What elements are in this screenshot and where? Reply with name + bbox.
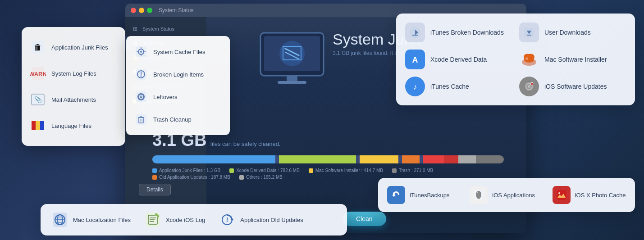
bar-old-updates — [402, 155, 420, 163]
legend-mac-software: Mac Software Installer : 414.7 MB — [309, 168, 383, 173]
tr-item-itunes-broken[interactable]: iTunes Broken Downloads — [405, 23, 512, 42]
legend-trash: Trash : 271.0 MB — [392, 168, 433, 173]
storage-label: files can be safely cleaned. — [210, 140, 280, 147]
details-button[interactable]: Details — [139, 184, 171, 195]
leftovers-label: Leftovers — [153, 94, 177, 100]
xcode-log-icon — [144, 211, 161, 228]
svg-text:♪: ♪ — [413, 82, 417, 91]
broken-login-icon — [134, 68, 148, 81]
close-button[interactable] — [131, 8, 136, 13]
bar-trash — [476, 155, 504, 163]
mid-item-system-cache[interactable]: System Cache Files — [126, 41, 230, 63]
svg-point-48 — [530, 82, 533, 85]
svg-rect-12 — [32, 121, 36, 130]
mid-item-broken-login[interactable]: Broken Login Items — [126, 63, 230, 86]
bc-item-app-old-updates[interactable]: Application Old Updates — [219, 211, 303, 228]
mail-icon: 📎 — [30, 91, 46, 108]
br-item-photo-cache[interactable]: iOS X Photo Cache — [553, 186, 626, 204]
tr-item-xcode[interactable]: A Xcode Derived Data — [405, 50, 512, 69]
svg-point-17 — [140, 51, 142, 53]
legend-text-others: Others : 165.2 MB — [246, 175, 283, 180]
legend-dot-app-junk — [152, 168, 157, 173]
br-item-itunes-backups[interactable]: iTunesBackups — [387, 186, 461, 204]
system-log-icon: WARN — [30, 65, 46, 82]
leftovers-icon — [134, 90, 148, 104]
clean-button[interactable]: Clean — [343, 212, 386, 226]
card-item-language[interactable]: Language Files — [22, 113, 125, 139]
bar-gap4 — [420, 155, 423, 163]
sidebar-label: System Status — [142, 26, 174, 32]
mac-software-icon — [519, 50, 539, 69]
tr-item-itunes-cache[interactable]: ♪ iTunes Cache — [405, 77, 512, 96]
mid-item-trash[interactable]: Trash Cleanup — [126, 108, 230, 131]
bar-xcode — [279, 155, 356, 163]
tr-item-ios-updates[interactable]: iOS Software Updates — [519, 77, 626, 96]
app-old-updates-icon — [219, 211, 236, 228]
mail-label: Mail Attachments — [51, 96, 96, 103]
trash-icon-mid — [134, 113, 148, 126]
bottom-right-card: iTunesBackups iOS Applications iOS X Pho… — [378, 178, 635, 212]
itunes-cache-label: iTunes Cache — [430, 82, 469, 91]
bc-item-xcode-log[interactable]: Xcode iOS Log — [144, 211, 205, 228]
mid-item-leftovers[interactable]: Leftovers — [126, 86, 230, 108]
trash-label: Trash Cleanup — [153, 116, 192, 123]
legend-app-junk: Application Junk Files : 1.3 GB — [152, 168, 220, 173]
itunes-broken-icon — [405, 23, 425, 42]
system-status-icon: ⊞ — [132, 25, 139, 32]
xcode-label: Xcode Derived Data — [430, 55, 487, 63]
language-label: Language Files — [51, 122, 91, 129]
app-junk-icon: 🗑 — [30, 39, 46, 55]
svg-rect-4 — [278, 81, 306, 84]
svg-rect-14 — [40, 121, 44, 130]
legend-text-xcode: Xcode Derived Data : 782.6 MB — [236, 168, 300, 173]
system-log-label: System Log Files — [51, 70, 96, 77]
svg-point-47 — [528, 85, 530, 88]
middle-card: System Cache Files Broken Login Items Le… — [126, 36, 230, 135]
bar-gap2 — [356, 155, 360, 163]
mac-localization-icon — [51, 211, 69, 228]
br-item-ios-apps[interactable]: iOS Applications — [470, 186, 543, 204]
card-item-mail[interactable]: 📎 Mail Attachments — [22, 86, 125, 113]
xcode-log-label: Xcode iOS Log — [166, 217, 205, 223]
legend-dot-mac-software — [309, 168, 313, 173]
tr-item-mac-software[interactable]: Mac Software Installer — [519, 50, 626, 69]
system-cache-icon — [134, 45, 148, 59]
svg-point-25 — [141, 76, 142, 77]
legend-text-old-updates: Old Application Updates : 187.8 MB — [159, 175, 230, 180]
system-cache-label: System Cache Files — [153, 49, 206, 55]
svg-rect-52 — [557, 190, 566, 200]
bc-item-mac-localization[interactable]: Mac Localization Files — [51, 211, 131, 228]
itunes-backups-icon — [387, 186, 405, 204]
svg-rect-26 — [136, 91, 146, 102]
svg-text:🗑: 🗑 — [34, 43, 42, 52]
svg-point-53 — [558, 192, 560, 194]
svg-text:A: A — [412, 55, 418, 64]
legend-text-app-junk: Application Junk Files : 1.3 GB — [159, 168, 220, 173]
svg-text:📎: 📎 — [34, 96, 42, 104]
bar-others — [458, 155, 476, 163]
svg-text:WARN: WARN — [30, 71, 46, 77]
user-downloads-icon — [519, 23, 539, 42]
broken-login-label: Broken Login Items — [153, 71, 204, 78]
tr-item-user-downloads[interactable]: User Downloads — [519, 23, 626, 42]
minimize-button[interactable] — [139, 8, 144, 13]
sidebar-item-system-status[interactable]: ⊞ System Status — [125, 22, 206, 36]
bar-app-junk — [152, 155, 275, 163]
maximize-button[interactable] — [147, 8, 152, 13]
photo-cache-icon — [553, 186, 571, 204]
storage-bar — [152, 155, 504, 163]
svg-point-69 — [227, 221, 228, 222]
window-title: System Status — [159, 7, 193, 14]
xcode-icon: A — [405, 50, 425, 69]
ios-apps-label: iOS Applications — [492, 192, 535, 199]
card-item-system-log[interactable]: WARN System Log Files — [22, 60, 125, 86]
legend-dot-xcode — [229, 168, 234, 173]
svg-point-43 — [525, 57, 528, 60]
bar-red2 — [444, 155, 458, 163]
legend-text-mac-software: Mac Software Installer : 414.7 MB — [315, 168, 383, 173]
bar-mac-software — [360, 155, 398, 163]
card-item-app-junk[interactable]: 🗑 Application Junk Files — [22, 34, 125, 60]
photo-cache-label: iOS X Photo Cache — [575, 192, 626, 199]
legend-dot-old-updates — [152, 175, 157, 180]
top-right-card: iTunes Broken Downloads User Downloads A… — [396, 14, 635, 105]
